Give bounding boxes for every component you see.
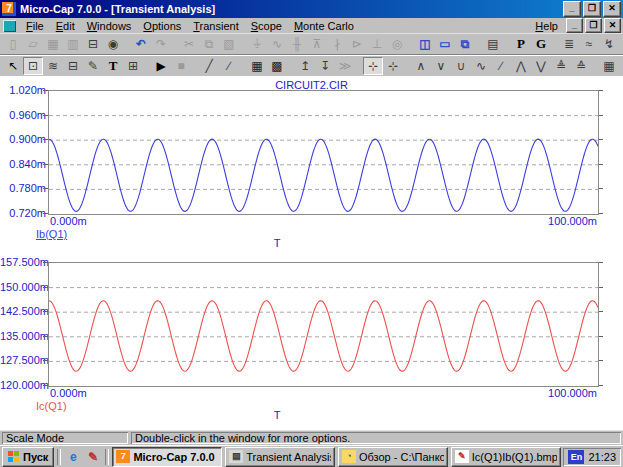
- child-window-icon[interactable]: [3, 20, 16, 32]
- menu-file[interactable]: File: [20, 19, 50, 33]
- cursor-horizontal-icon[interactable]: ⊹: [363, 57, 383, 75]
- close-button[interactable]: ✕: [603, 1, 621, 17]
- source-component-icon[interactable]: ◎: [387, 35, 407, 53]
- menu-transient[interactable]: Transient: [187, 19, 244, 33]
- paint-task-button[interactable]: ✎Ic(Q1)Ib(Q1).bmp - Paint: [451, 447, 561, 467]
- switch-component-icon[interactable]: ∤: [327, 35, 347, 53]
- menu-monte-carlo[interactable]: Monte Carlo: [288, 19, 360, 33]
- save-all-icon[interactable]: ▥: [63, 35, 83, 53]
- segment-mode-icon[interactable]: ∕: [219, 57, 239, 75]
- p-button[interactable]: P: [511, 35, 531, 53]
- start-button-label: Пуск: [23, 451, 48, 463]
- cut-icon[interactable]: ✂: [179, 35, 199, 53]
- scale-mode-icon[interactable]: ⊡: [23, 57, 43, 75]
- x-start-label: 0.000m: [50, 215, 87, 227]
- valley-icon[interactable]: ∨: [431, 57, 451, 75]
- select-mode-icon[interactable]: ↖: [3, 57, 23, 75]
- zoom-box-icon[interactable]: ⊟: [63, 57, 83, 75]
- paste-icon[interactable]: ▧: [219, 35, 239, 53]
- low-icon[interactable]: ≙: [571, 57, 591, 75]
- language-indicator[interactable]: En: [568, 450, 584, 464]
- peak-icon[interactable]: ∧: [411, 57, 431, 75]
- capacitor-component-icon[interactable]: ╫: [287, 35, 307, 53]
- minimize-button[interactable]: _: [563, 1, 581, 17]
- menu-edit[interactable]: Edit: [50, 19, 81, 33]
- y-tick-label: 120.000m: [0, 379, 46, 391]
- open-icon[interactable]: ▱: [23, 35, 43, 53]
- g-button[interactable]: G: [531, 35, 551, 53]
- menu-scope[interactable]: Scope: [245, 19, 288, 33]
- stepping-icon[interactable]: ≣: [559, 35, 579, 53]
- micro-cap-app-icon[interactable]: 7: [2, 2, 16, 16]
- text-mode-icon[interactable]: T: [103, 57, 123, 75]
- noise-icon[interactable]: ≈: [579, 35, 599, 53]
- maximize-window-icon[interactable]: ▭: [435, 35, 455, 53]
- state-variables-icon[interactable]: !: [619, 35, 623, 53]
- toolbar-separator: [355, 57, 363, 75]
- data-points-icon[interactable]: ▦: [247, 57, 267, 75]
- redo-icon[interactable]: ↷: [151, 35, 171, 53]
- probe-icon[interactable]: ↯: [599, 35, 619, 53]
- task-label: Transient Analysis Limits: [246, 451, 331, 463]
- tile-vertical-icon[interactable]: ◫: [415, 35, 435, 53]
- start-button[interactable]: Пуск: [2, 447, 54, 467]
- print-preview-icon[interactable]: ◉: [103, 35, 123, 53]
- run-icon[interactable]: ▶: [151, 57, 171, 75]
- toolbar-separator: [123, 35, 131, 53]
- paint-quick-launch-icon[interactable]: ✎: [84, 449, 102, 465]
- menu-help[interactable]: HHelpelp: [529, 19, 564, 33]
- cursor-mode-icon[interactable]: ≋: [43, 57, 63, 75]
- graphics-mode-icon[interactable]: ✎: [83, 57, 103, 75]
- clock[interactable]: 21:23: [588, 451, 616, 463]
- internet-explorer-icon[interactable]: e: [64, 449, 82, 465]
- tag-horizontal-icon[interactable]: ↥: [295, 57, 315, 75]
- tokens-icon[interactable]: ▩: [267, 57, 287, 75]
- new-icon[interactable]: ▯: [3, 35, 23, 53]
- child-close-button[interactable]: ✕: [604, 18, 621, 33]
- restore-button[interactable]: ❐: [583, 1, 601, 17]
- rise-icon[interactable]: ⋀: [511, 57, 531, 75]
- child-restore-button[interactable]: ❐: [585, 18, 602, 33]
- tag-vertical-icon[interactable]: ↧: [315, 57, 335, 75]
- print-icon[interactable]: ⊟: [83, 35, 103, 53]
- grid-icon[interactable]: ▦: [599, 57, 619, 75]
- plot-area-icq1[interactable]: [48, 262, 599, 387]
- series-label-icq1[interactable]: Ic(Q1): [36, 400, 67, 412]
- cursor-vertical-icon[interactable]: ⊹: [383, 57, 403, 75]
- line-mode-icon[interactable]: ╱: [199, 57, 219, 75]
- properties-icon[interactable]: ⊞: [123, 57, 143, 75]
- y-tick-label: 0.960m: [0, 109, 46, 121]
- transient-analysis-plot-window[interactable]: CIRCUIT2.CIR 1.020m0.960m0.900m0.840m0.7…: [0, 76, 623, 430]
- connector-component-icon[interactable]: ⊥: [367, 35, 387, 53]
- save-icon[interactable]: ▦: [43, 35, 63, 53]
- toolbar-separator: [591, 57, 599, 75]
- diode-component-icon[interactable]: ⊳: [347, 35, 367, 53]
- menu-windows[interactable]: Windows: [81, 19, 138, 33]
- high-icon[interactable]: ≜: [551, 57, 571, 75]
- copy-icon[interactable]: ⧉: [199, 35, 219, 53]
- tag-branch-icon[interactable]: ≫: [335, 57, 355, 75]
- series-label-ibq1[interactable]: Ib(Q1): [36, 228, 67, 240]
- calculator-icon[interactable]: ▤: [483, 35, 503, 53]
- sine-source-component-icon[interactable]: ∿: [267, 35, 287, 53]
- trough-icon[interactable]: ∪: [451, 57, 471, 75]
- wave-icon[interactable]: ∿: [471, 57, 491, 75]
- x-end-label: 100.000m: [537, 387, 597, 399]
- plot-area-ibq1[interactable]: [48, 90, 599, 215]
- x-end-label: 100.000m: [537, 215, 597, 227]
- status-hint-panel: Double-click in the window for more opti…: [131, 432, 621, 444]
- slope-icon[interactable]: ∕: [491, 57, 511, 75]
- stop-icon[interactable]: ■: [171, 57, 191, 75]
- toolbar-separator: [403, 57, 411, 75]
- transient-limits-task-button[interactable]: ▤Transient Analysis Limits: [225, 447, 335, 467]
- micro-cap-task-button[interactable]: 7Micro-Cap 7.0.0 - [...: [112, 447, 222, 467]
- menu-options[interactable]: Options: [137, 19, 187, 33]
- transistor-component-icon[interactable]: ⊼: [307, 35, 327, 53]
- fall-icon[interactable]: ⋁: [531, 57, 551, 75]
- ground-component-icon[interactable]: ⏚: [247, 35, 267, 53]
- undo-icon[interactable]: ↶: [131, 35, 151, 53]
- child-minimize-button[interactable]: _: [566, 18, 583, 33]
- cascade-windows-icon[interactable]: ⧉: [455, 35, 475, 53]
- explorer-task-button[interactable]: ◔Обзор - С:\Панков - н..: [338, 447, 448, 467]
- toolbar-separator: [407, 35, 415, 53]
